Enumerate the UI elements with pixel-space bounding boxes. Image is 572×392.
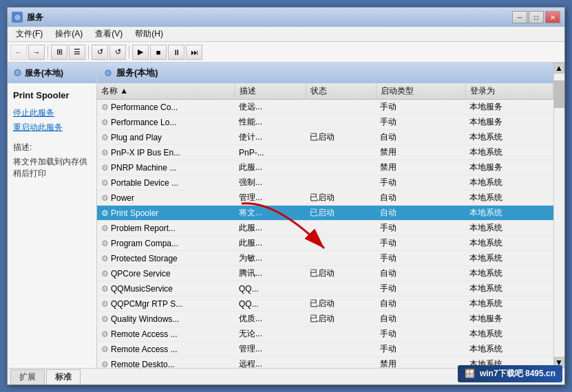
table-row[interactable]: ⚙Print Spooler 将文...已启动自动本地系统	[97, 206, 553, 221]
service-startup-cell: 禁用	[376, 357, 465, 369]
service-startup-cell: 自动	[376, 312, 465, 327]
table-row[interactable]: ⚙PNRP Machine ... 此服...禁用本地服务	[97, 160, 553, 175]
table-row[interactable]: ⚙Program Compa... 此服...手动本地系统	[97, 236, 553, 251]
service-desc-cell: 管理...	[235, 342, 306, 357]
service-startup-cell: 自动	[376, 206, 465, 221]
stop-service-button[interactable]: ■	[150, 45, 167, 60]
col-desc[interactable]: 描述	[235, 83, 306, 100]
service-status-cell: 已启动	[306, 296, 376, 312]
service-name-cell: ⚙PnP-X IP Bus En...	[97, 145, 235, 160]
gear-icon: ⚙	[101, 329, 109, 339]
service-rows: ⚙Performance Co... 使远...手动本地服务 ⚙Performa…	[97, 100, 553, 369]
start-service-button[interactable]: ▶	[132, 45, 149, 60]
restart-service-button[interactable]: ⏭	[186, 45, 202, 60]
service-name-cell: ⚙Performance Lo...	[97, 115, 235, 130]
service-logon-cell: 本地服务	[465, 100, 553, 115]
service-desc-cell: 优质...	[235, 312, 306, 327]
left-panel-title: 服务(本地)	[25, 67, 63, 79]
service-name-cell: ⚙Plug and Play	[97, 130, 235, 145]
table-row[interactable]: ⚙Performance Lo... 性能...手动本地服务	[97, 115, 553, 130]
service-status-cell: 已启动	[306, 312, 376, 327]
export-button[interactable]: ↺	[109, 45, 126, 60]
service-startup-cell: 禁用	[376, 160, 465, 175]
table-row[interactable]: ⚙Plug and Play 使计...已启动自动本地系统	[97, 130, 553, 145]
service-status-cell	[306, 342, 376, 357]
tab-standard[interactable]: 标准	[46, 369, 81, 384]
app-icon: ⚙	[12, 12, 23, 23]
service-name-cell: ⚙Performance Co...	[97, 100, 235, 115]
services-table: 名称 ▲ 描述 状态 启动类型 登录为 ⚙Performance Co... 使…	[97, 83, 553, 368]
service-logon-cell: 本地系统	[465, 327, 553, 342]
minimize-button[interactable]: ─	[512, 11, 527, 23]
service-startup-cell: 手动	[376, 342, 465, 357]
back-button[interactable]: ←	[10, 45, 27, 60]
service-logon-cell: 本地系统	[465, 145, 553, 160]
service-status-cell	[306, 115, 376, 130]
restart-service-link[interactable]: 重启动此服务	[13, 122, 91, 133]
scroll-track[interactable]	[554, 74, 564, 357]
table-row[interactable]: ⚙Remote Access ... 无论...手动本地系统	[97, 327, 553, 342]
scrollbar[interactable]: ▲ ▼	[553, 63, 564, 368]
service-startup-cell: 手动	[376, 251, 465, 266]
service-startup-cell: 手动	[376, 115, 465, 130]
col-status[interactable]: 状态	[306, 83, 376, 100]
menu-view[interactable]: 查看(V)	[89, 27, 128, 41]
table-row[interactable]: ⚙QQPCMgr RTP S... QQ...已启动自动本地系统	[97, 296, 553, 312]
services-table-container[interactable]: 名称 ▲ 描述 状态 启动类型 登录为 ⚙Performance Co... 使…	[97, 83, 553, 368]
service-name-cell: ⚙Problem Report...	[97, 221, 235, 236]
stop-service-link[interactable]: 停止此服务	[13, 107, 91, 119]
tab-expand[interactable]: 扩展	[10, 369, 45, 384]
refresh-button[interactable]: ↺	[92, 45, 108, 60]
service-name-cell: ⚙Remote Deskto...	[97, 357, 235, 369]
service-startup-cell: 手动	[376, 236, 465, 251]
menu-help[interactable]: 帮助(H)	[129, 27, 169, 41]
menu-action[interactable]: 操作(A)	[50, 27, 88, 41]
close-button[interactable]: ✕	[545, 11, 560, 23]
left-panel-header: ⚙ 服务(本地)	[8, 63, 96, 83]
table-row[interactable]: ⚙Problem Report... 此服...手动本地系统	[97, 221, 553, 236]
col-logon[interactable]: 登录为	[465, 83, 553, 100]
table-row[interactable]: ⚙Protected Storage 为敏...手动本地系统	[97, 251, 553, 266]
service-logon-cell: 本地系统	[465, 236, 553, 251]
gear-icon: ⚙	[101, 102, 109, 112]
service-name-cell: ⚙Power	[97, 190, 235, 206]
desc-label: 描述:	[13, 142, 91, 153]
scroll-thumb[interactable]	[554, 80, 564, 108]
left-panel-content: Print Spooler 停止此服务 重启动此服务 描述: 将文件加载到内存供…	[8, 83, 96, 368]
gear-icon: ⚙	[101, 254, 109, 263]
maximize-button[interactable]: □	[529, 11, 544, 23]
gear-icon: ⚙	[101, 314, 109, 324]
table-row[interactable]: ⚙Portable Device ... 强制...手动本地系统	[97, 175, 553, 190]
service-desc-cell: 性能...	[235, 115, 306, 130]
show-detail-button[interactable]: ☰	[69, 45, 85, 60]
right-area: ⚙ 服务(本地) 名称 ▲	[97, 63, 564, 368]
table-wrapper: ⚙ 服务(本地) 名称 ▲	[97, 63, 553, 368]
service-startup-cell: 手动	[376, 100, 465, 115]
desc-text: 将文件加载到内存供稍后打印	[13, 156, 91, 179]
toolbar: ← → ⊞ ☰ ↺ ↺ ▶ ■ ⏸ ⏭	[8, 42, 564, 63]
col-name[interactable]: 名称 ▲	[97, 83, 235, 100]
gear-icon: ⚙	[101, 148, 109, 157]
table-row[interactable]: ⚙QQMusicService QQ...手动本地系统	[97, 281, 553, 296]
service-status-cell	[306, 281, 376, 296]
table-row[interactable]: ⚙Remote Access ... 管理...手动本地系统	[97, 342, 553, 357]
service-logon-cell: 本地服务	[465, 312, 553, 327]
service-startup-cell: 自动	[376, 130, 465, 145]
table-row[interactable]: ⚙Power 管理...已启动自动本地系统	[97, 190, 553, 206]
pause-service-button[interactable]: ⏸	[168, 45, 184, 60]
show-tree-button[interactable]: ⊞	[51, 45, 67, 60]
service-desc-cell: 将文...	[235, 206, 306, 221]
forward-button[interactable]: →	[28, 45, 45, 60]
watermark: 🪟 win7下载吧 8495.cn	[458, 365, 562, 382]
col-startup[interactable]: 启动类型	[376, 83, 465, 100]
table-row[interactable]: ⚙QPCore Service 腾讯...已启动自动本地系统	[97, 266, 553, 281]
menu-file[interactable]: 文件(F)	[10, 27, 48, 41]
scroll-up[interactable]: ▲	[554, 63, 564, 74]
service-logon-cell: 本地服务	[465, 115, 553, 130]
service-status-cell: 已启动	[306, 206, 376, 221]
table-row[interactable]: ⚙Performance Co... 使远...手动本地服务	[97, 100, 553, 115]
gear-icon: ⚙	[101, 208, 109, 218]
table-row[interactable]: ⚙PnP-X IP Bus En... PnP-...禁用本地系统	[97, 145, 553, 160]
table-row[interactable]: ⚙Quality Windows... 优质...已启动自动本地服务	[97, 312, 553, 327]
service-desc-cell: 此服...	[235, 160, 306, 175]
